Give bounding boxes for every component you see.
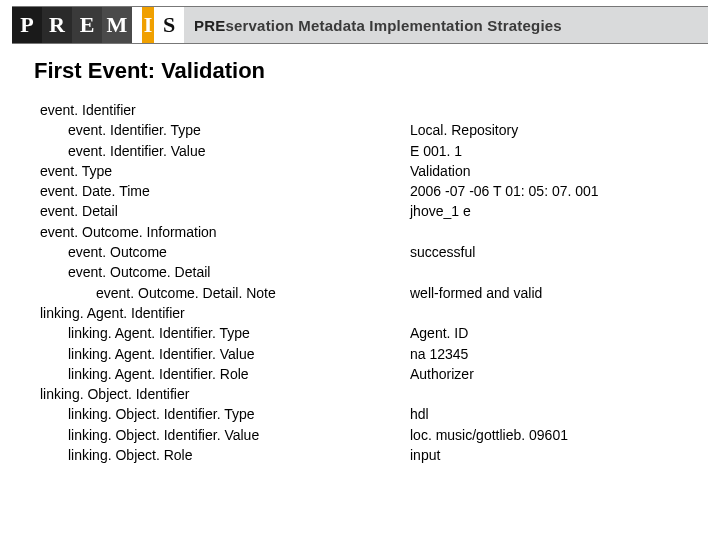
logo-letter: M (102, 7, 132, 43)
tagline-rest: servation Metadata Implementation Strate… (225, 17, 561, 34)
slide-title: First Event: Validation (34, 58, 720, 84)
logo-letter: P (12, 7, 42, 43)
field-value-row: na 12345 (410, 344, 720, 364)
field-value-row: Validation (410, 161, 720, 181)
field-value-row: successful (410, 242, 720, 262)
field-name-row: event. Detail (40, 201, 410, 221)
field-names-column: event. Identifierevent. Identifier. Type… (40, 100, 410, 465)
field-value-row: 2006 -07 -06 T 01: 05: 07. 001 (410, 181, 720, 201)
field-value-row: Local. Repository (410, 120, 720, 140)
field-name-row: linking. Agent. Identifier. Type (40, 323, 410, 343)
field-name-row: linking. Object. Identifier. Value (40, 425, 410, 445)
field-value-row (410, 384, 720, 404)
field-name-row: event. Type (40, 161, 410, 181)
field-value-row (410, 222, 720, 242)
field-name-row: event. Outcome. Detail (40, 262, 410, 282)
field-value-row: hdl (410, 404, 720, 424)
field-value-row (410, 100, 720, 120)
field-values-column: Local. RepositoryE 001. 1Validation2006 … (410, 100, 720, 465)
premis-logo-blocks: P R E M I S (12, 7, 184, 43)
logo-letter: S (154, 7, 184, 43)
logo-accent: I (142, 7, 154, 43)
field-name-row: event. Outcome. Information (40, 222, 410, 242)
field-name-row: linking. Object. Identifier. Type (40, 404, 410, 424)
tagline-pre: PRE (194, 17, 225, 34)
field-name-row: linking. Object. Role (40, 445, 410, 465)
field-name-row: linking. Agent. Identifier. Role (40, 364, 410, 384)
field-name-row: linking. Object. Identifier (40, 384, 410, 404)
premis-tagline: PREservation Metadata Implementation Str… (194, 17, 562, 34)
field-value-row (410, 303, 720, 323)
field-value-row: input (410, 445, 720, 465)
content-columns: event. Identifierevent. Identifier. Type… (40, 100, 720, 465)
field-value-row: Authorizer (410, 364, 720, 384)
field-value-row (410, 262, 720, 282)
logo-gap (132, 7, 142, 43)
field-value-row: well-formed and valid (410, 283, 720, 303)
field-name-row: event. Identifier (40, 100, 410, 120)
field-value-row: loc. music/gottlieb. 09601 (410, 425, 720, 445)
field-name-row: event. Outcome. Detail. Note (40, 283, 410, 303)
field-name-row: linking. Agent. Identifier (40, 303, 410, 323)
field-value-row: E 001. 1 (410, 141, 720, 161)
field-name-row: event. Identifier. Type (40, 120, 410, 140)
field-name-row: event. Date. Time (40, 181, 410, 201)
field-name-row: linking. Agent. Identifier. Value (40, 344, 410, 364)
field-name-row: event. Outcome (40, 242, 410, 262)
logo-letter: E (72, 7, 102, 43)
field-name-row: event. Identifier. Value (40, 141, 410, 161)
logo-letter: R (42, 7, 72, 43)
premis-tagline-bar: PREservation Metadata Implementation Str… (184, 7, 708, 43)
field-value-row: Agent. ID (410, 323, 720, 343)
field-value-row: jhove_1 e (410, 201, 720, 221)
premis-logo-bar: P R E M I S PREservation Metadata Implem… (12, 6, 708, 44)
